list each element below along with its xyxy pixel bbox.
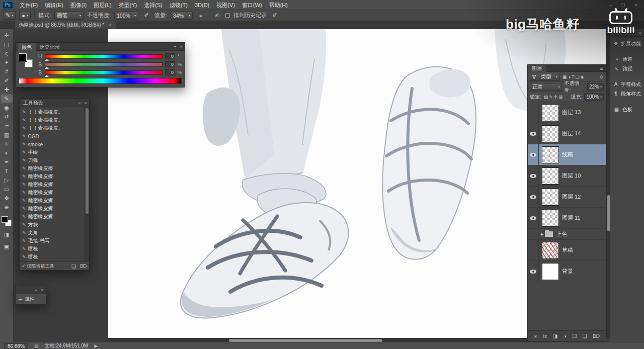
layer-row[interactable]: 图层 10: [528, 165, 606, 187]
healing-brush-tool[interactable]: ✚: [1, 85, 13, 94]
zoom-tool[interactable]: ⊕: [1, 203, 13, 212]
eraser-tool[interactable]: ▱: [1, 121, 13, 130]
dock-item-extensions[interactable]: ❖扩展功能: [610, 39, 644, 48]
menu-item[interactable]: 帮助(H): [266, 0, 291, 10]
dock-item-channels[interactable]: ◑通道: [610, 54, 644, 64]
tool-preset-item[interactable]: ✎！！素描橡皮。: [21, 108, 84, 116]
layer-visibility-toggle[interactable]: [528, 102, 539, 123]
tab-layers[interactable]: 图层: [528, 65, 546, 72]
layer-thumbnail[interactable]: [542, 167, 559, 185]
tool-preset-item[interactable]: ✎雕密橡皮擦: [21, 213, 84, 221]
layer-visibility-toggle[interactable]: [528, 240, 539, 260]
tool-preset-item[interactable]: ✎雕密橡皮擦: [21, 181, 84, 189]
type-tool[interactable]: T: [1, 166, 13, 176]
brush-preset-picker[interactable]: ● ▾: [19, 11, 31, 20]
preset-scrollbar-thumb[interactable]: [86, 108, 89, 214]
tool-presets-panel[interactable]: 工具预设 ▪▪ ✕ ✎！！素描橡皮。✎！！素描橡皮。✎！！素描橡皮。✎CGD✎s…: [19, 99, 90, 271]
layer-thumbnail[interactable]: [542, 104, 559, 121]
filter-pixel-layers-icon[interactable]: ▣: [562, 74, 568, 79]
add-layer-mask-icon[interactable]: ◨: [553, 333, 557, 339]
path-selection-tool[interactable]: ▷: [1, 176, 13, 185]
color-swatch-widget[interactable]: [1, 216, 12, 227]
menu-item[interactable]: 3D(D): [191, 0, 213, 10]
delete-tool-preset-icon[interactable]: ⌦: [80, 264, 87, 269]
current-tool-only-checkbox[interactable]: ✓: [22, 264, 26, 269]
layer-thumbnail[interactable]: [542, 146, 559, 163]
panel-menu-icon[interactable]: ▪▪: [174, 45, 176, 49]
tool-preset-item[interactable]: ✎尖角: [21, 229, 84, 237]
link-layers-icon[interactable]: ∞: [534, 333, 537, 339]
s-slider[interactable]: [45, 62, 163, 67]
layer-thumbnail[interactable]: [542, 210, 559, 227]
airbrush-button[interactable]: ≈: [196, 11, 205, 20]
crop-tool[interactable]: #: [1, 67, 13, 76]
layer-visibility-toggle[interactable]: [528, 208, 539, 228]
tool-preset-item[interactable]: ✎刀锋: [21, 156, 84, 164]
lasso-tool[interactable]: ϛ: [1, 49, 13, 58]
dodge-tool[interactable]: ◐: [1, 148, 13, 157]
layer-opacity-field[interactable]: 22% ▾: [587, 83, 604, 91]
layer-visibility-toggle[interactable]: [528, 261, 539, 282]
tool-preset-item[interactable]: ✎毛笔-书写: [21, 237, 84, 245]
shape-tool[interactable]: ▭: [1, 185, 13, 194]
layer-thumbnail[interactable]: [542, 189, 559, 206]
vertical-scrollbar[interactable]: [606, 29, 610, 338]
menu-item[interactable]: 图层(L): [90, 0, 115, 10]
layer-visibility-toggle[interactable]: [528, 165, 539, 186]
layer-row[interactable]: 图层 14: [528, 123, 606, 144]
fill-field[interactable]: 100% ▾: [584, 93, 604, 101]
document-tab[interactable]: 伪厚涂.psd @ 86.9% (线稿, RGB/8#) * ✕: [14, 21, 116, 29]
foreground-color-swatch[interactable]: [2, 216, 8, 223]
layer-thumbnail[interactable]: [542, 242, 559, 259]
menu-item[interactable]: 编辑(E): [41, 0, 67, 10]
adjustment-layer-icon[interactable]: ◑: [564, 333, 567, 339]
mode-select[interactable]: 画笔 ▾: [54, 12, 84, 20]
lock-all-icon[interactable]: ⊠: [558, 95, 563, 100]
color-swatch-widget[interactable]: [19, 53, 34, 68]
history-checkbox[interactable]: [225, 13, 230, 18]
tool-preset-item[interactable]: ✎雕密橡皮擦: [21, 205, 84, 213]
layer-row[interactable]: 图层 12: [528, 187, 606, 208]
smudge-tool[interactable]: ≋: [1, 139, 13, 148]
filter-toggle-icon[interactable]: ⊙: [599, 74, 604, 79]
tool-presets-header[interactable]: 工具预设 ▪▪ ✕: [20, 99, 89, 107]
h-slider[interactable]: [45, 54, 163, 59]
lock-pixels-icon[interactable]: ✎: [548, 95, 553, 100]
menu-item[interactable]: 图像(I): [67, 0, 90, 10]
tool-preset-item[interactable]: ✎！！素描橡皮。: [21, 124, 84, 132]
quick-selection-tool[interactable]: ✦: [1, 58, 13, 67]
dock-item-character-styles[interactable]: A字符样式: [610, 79, 644, 89]
color-panel[interactable]: 颜色 历史记录 ▪▪ ✕ H0°S0%B0%: [15, 42, 185, 88]
menu-item[interactable]: 类型(Y): [115, 0, 141, 10]
menu-item[interactable]: 窗口(W): [238, 0, 266, 10]
properties-panel-header[interactable]: ▪▪ ✕: [16, 286, 46, 294]
tool-preset-item[interactable]: ✎雕密橡皮擦: [21, 172, 84, 181]
tool-preset-item[interactable]: ✎smoke: [21, 140, 84, 148]
maximize-button[interactable]: ❐: [621, 3, 625, 8]
foreground-color-swatch[interactable]: [19, 53, 27, 61]
panel-menu-icon[interactable]: ▪▪: [78, 101, 80, 105]
lock-transparency-icon[interactable]: ▨: [543, 95, 549, 100]
layer-row[interactable]: ▶上色: [528, 229, 606, 240]
new-layer-icon[interactable]: ❏: [583, 333, 587, 339]
dock-item-paths[interactable]: ∿路径: [610, 64, 644, 73]
tool-preset-item[interactable]: ✎CGD: [21, 132, 84, 140]
filter-adjustment-layers-icon[interactable]: ◑: [568, 74, 571, 79]
color-spectrum-ramp[interactable]: [19, 78, 182, 84]
tool-preset-item[interactable]: ✎雕密橡皮擦: [21, 189, 84, 197]
panel-menu-icon[interactable]: ▪▪: [35, 288, 37, 292]
tool-preset-item[interactable]: ✎喷枪: [21, 253, 84, 261]
status-expand-icon[interactable]: ▶: [94, 343, 98, 348]
pen-tool[interactable]: ✒: [1, 157, 13, 166]
dock-item-paragraph-styles[interactable]: ¶段落样式: [610, 89, 644, 99]
panel-close-icon[interactable]: ✕: [84, 101, 87, 105]
tab-color[interactable]: 颜色: [18, 43, 36, 51]
tool-preset-item[interactable]: ✎雕密橡皮擦: [21, 197, 84, 205]
expand-dock-icon[interactable]: «: [638, 30, 641, 36]
layer-row[interactable]: 图层 13: [528, 102, 606, 123]
color-panel-header[interactable]: 颜色 历史记录 ▪▪ ✕: [16, 43, 185, 51]
layer-visibility-toggle[interactable]: [528, 123, 539, 144]
history-brush-tool[interactable]: ↺: [1, 112, 13, 121]
tool-preset-item[interactable]: ✎手绘: [21, 148, 84, 156]
panel-close-icon[interactable]: ✕: [180, 45, 183, 49]
